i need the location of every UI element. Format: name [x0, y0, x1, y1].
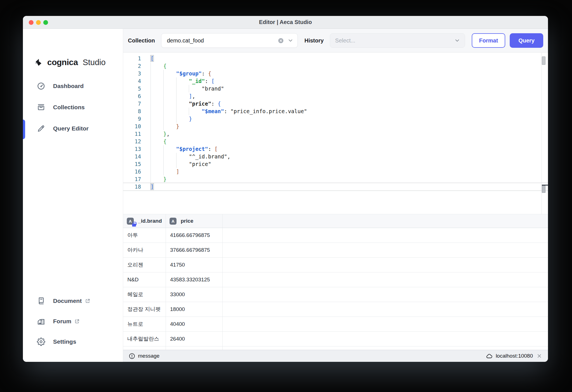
table-cell[interactable]: 오리젠 [123, 258, 166, 272]
code-text[interactable]: } [141, 115, 548, 123]
collection-label: Collection [128, 37, 155, 44]
table-cell[interactable]: 내추럴발란스 [123, 332, 166, 346]
table-row[interactable]: 헤일로33000 [123, 287, 548, 302]
table-cell[interactable]: 아카나 [123, 243, 166, 257]
column-header-price[interactable]: A price [166, 214, 223, 228]
code-text[interactable]: "price": { [141, 100, 548, 108]
indent-guide [176, 100, 177, 108]
editor-scrollbar-thumb[interactable] [542, 56, 545, 65]
code-line[interactable]: 14 "^_id.brand", [123, 153, 548, 160]
close-window-button[interactable] [29, 20, 34, 25]
code-text[interactable]: "^_id.brand", [141, 153, 548, 160]
table-cell[interactable]: 아투 [123, 228, 166, 243]
code-text[interactable]: "brand" [141, 85, 548, 92]
code-text[interactable]: { [141, 138, 548, 145]
line-number: 8 [123, 108, 141, 115]
code-token: [ [214, 146, 218, 152]
table-cell[interactable]: 40400 [166, 317, 223, 331]
chevron-down-icon[interactable] [287, 37, 294, 44]
code-line[interactable]: 10 } [123, 123, 548, 130]
code-line[interactable]: 12 { [123, 138, 548, 145]
code-text[interactable]: "_id": [ [141, 77, 548, 85]
indent-guide [151, 108, 151, 115]
code-line[interactable]: 7 "price": { [123, 100, 548, 108]
code-text[interactable]: }, [141, 130, 548, 138]
code-text[interactable]: ], [141, 92, 548, 100]
indent-guide [151, 77, 151, 85]
query-button[interactable]: Query [510, 33, 543, 48]
clear-icon[interactable] [278, 37, 284, 44]
table-cell[interactable]: 뉴트로 [123, 317, 166, 331]
code-line[interactable]: 1[ [123, 55, 548, 62]
code-line[interactable]: 15 "price" [123, 160, 548, 168]
table-row[interactable]: 오리젠41750 [123, 258, 548, 272]
code-token: : [211, 101, 218, 107]
editor-scroll-marker[interactable] [542, 186, 545, 193]
code-text[interactable]: } [141, 175, 548, 183]
field-type-badge: A [170, 218, 177, 225]
sidebar-item-document[interactable]: Document [23, 294, 123, 307]
table-row[interactable]: 정관장 지니펫18000 [123, 302, 548, 317]
collection-input[interactable]: demo.cat_food [161, 33, 298, 48]
table-cell[interactable]: 정관장 지니펫 [123, 302, 166, 317]
table-row[interactable]: N&D43583.33203125 [123, 272, 548, 287]
code-line[interactable]: 4 "_id": [ [123, 77, 548, 85]
code-line[interactable]: 11 }, [123, 130, 548, 138]
code-text[interactable]: ] [141, 183, 548, 191]
code-text[interactable]: { [141, 62, 548, 70]
table-cell[interactable]: 26400 [166, 332, 223, 346]
table-row[interactable]: 아카나37666.66796875 [123, 243, 548, 258]
code-token: "price_info.price.value" [230, 108, 307, 114]
indent-guide [151, 70, 151, 77]
code-line[interactable]: 9 } [123, 115, 548, 123]
sidebar-item-collections[interactable]: Collections [23, 101, 123, 114]
code-text[interactable]: [ [141, 55, 548, 62]
table-row[interactable]: 뉴트로40400 [123, 317, 548, 332]
close-icon[interactable] [536, 353, 542, 359]
table-cell[interactable]: 41750 [166, 258, 223, 272]
query-editor[interactable]: 1[2 {3 "$group": {4 "_id": [5 "brand"6 ]… [123, 53, 548, 214]
table-cell[interactable]: 41666.66796875 [166, 228, 223, 243]
code-line[interactable]: 13 "$project": [ [123, 145, 548, 153]
zoom-window-button[interactable] [43, 20, 48, 25]
code-line[interactable]: 6 ], [123, 92, 548, 100]
code-line[interactable]: 8 "$mean": "price_info.price.value" [123, 108, 548, 115]
code-line[interactable]: 18] [123, 183, 548, 191]
sidebar-item-dashboard[interactable]: Dashboard [23, 80, 123, 92]
sidebar-item-query-editor[interactable]: Query Editor [23, 122, 123, 135]
sidebar-item-settings[interactable]: Settings [23, 335, 123, 348]
code-text[interactable]: "$group": { [141, 70, 548, 77]
code-text[interactable]: "$mean": "price_info.price.value" [141, 108, 548, 115]
code-line[interactable]: 16 ] [123, 168, 548, 175]
code-token: } [176, 123, 179, 129]
table-row[interactable]: 아투41666.66796875 [123, 228, 548, 243]
code-text[interactable]: ] [141, 168, 548, 175]
table-cell[interactable]: 43583.33203125 [166, 272, 223, 287]
table-cell[interactable]: 33000 [166, 287, 223, 302]
collection-value: demo.cat_food [167, 37, 278, 44]
code-line[interactable]: 17 } [123, 175, 548, 183]
code-line[interactable]: 5 "brand" [123, 85, 548, 92]
line-number: 7 [123, 100, 141, 108]
code-token: : [208, 146, 214, 152]
code-text[interactable]: } [141, 123, 548, 130]
code-line[interactable]: 2 { [123, 62, 548, 70]
minimize-window-button[interactable] [36, 20, 41, 25]
titlebar: Editor | Aeca Studio [23, 16, 548, 29]
code-line[interactable]: 3 "$group": { [123, 70, 548, 77]
table-cell[interactable]: 37666.66796875 [166, 243, 223, 257]
sidebar-item-forum[interactable]: Forum [23, 315, 123, 328]
line-number: 6 [123, 92, 141, 100]
table-cell[interactable]: N&D [123, 272, 166, 287]
code-text[interactable]: "$project": [ [141, 145, 548, 153]
code-text[interactable]: "price" [141, 160, 548, 168]
table-cell[interactable]: 헤일로 [123, 287, 166, 302]
table-row[interactable]: 내추럴발란스26400 [123, 332, 548, 346]
sidebar-item-label: Query Editor [53, 125, 89, 132]
history-select[interactable]: Select... [330, 33, 465, 48]
format-button[interactable]: Format [472, 33, 505, 48]
column-header-id-brand[interactable]: A _id.brand [123, 214, 166, 228]
code-token [151, 63, 163, 69]
book-icon [37, 297, 45, 305]
table-cell[interactable]: 18000 [166, 302, 223, 317]
